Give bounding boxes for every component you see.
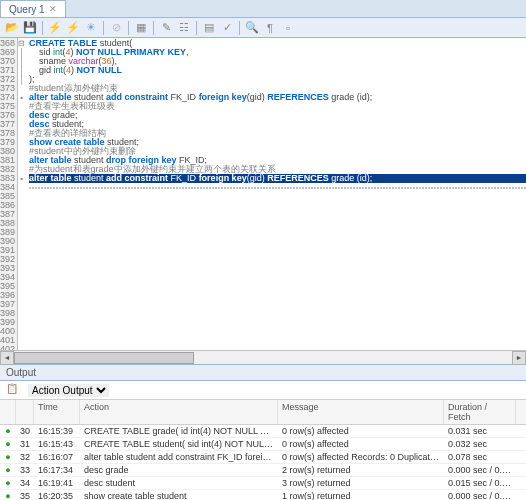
table-row[interactable]: ●3316:17:34desc grade2 row(s) returned0.…: [0, 464, 526, 477]
execute-icon[interactable]: ⚡: [47, 20, 63, 36]
col-time[interactable]: Time: [34, 400, 80, 424]
col-action[interactable]: Action: [80, 400, 278, 424]
beautify-icon[interactable]: ✎: [158, 20, 174, 36]
output-grid: Time Action Message Duration / Fetch ●30…: [0, 400, 526, 500]
sql-editor[interactable]: 3683693703713723733743753763773783793803…: [0, 38, 526, 350]
scroll-right-icon[interactable]: ►: [512, 351, 526, 365]
status-ok-icon: ●: [5, 452, 10, 462]
table-row[interactable]: ●3116:15:43CREATE TABLE student( sid int…: [0, 438, 526, 451]
col-index[interactable]: [16, 400, 34, 424]
execute-current-icon[interactable]: ⚡: [65, 20, 81, 36]
snippets-icon[interactable]: ▤: [201, 20, 217, 36]
editor-toolbar: 📂 💾 ⚡ ⚡ ☀ ⊘ ▦ ✎ ☷ ▤ ✓ 🔍 ¶ ▫: [0, 18, 526, 38]
output-type-icon: 📋: [6, 383, 20, 397]
status-ok-icon: ●: [5, 491, 10, 500]
col-status[interactable]: [0, 400, 16, 424]
output-header: Output: [0, 364, 526, 381]
table-row[interactable]: ●3516:20:35show create table student1 ro…: [0, 490, 526, 500]
table-row[interactable]: ●3016:15:39CREATE TABLE grade( id int(4)…: [0, 425, 526, 438]
invisible-icon[interactable]: ▫: [280, 20, 296, 36]
toggle-icon[interactable]: ✓: [219, 20, 235, 36]
fold-column: ⊟││││••: [18, 38, 25, 350]
output-type-select[interactable]: Action Output: [28, 384, 109, 397]
tab-label: Query 1: [9, 4, 45, 15]
col-message[interactable]: Message: [278, 400, 444, 424]
line-gutter: 3683693703713723733743753763773783793803…: [0, 38, 18, 350]
open-icon[interactable]: 📂: [4, 20, 20, 36]
close-icon[interactable]: ✕: [49, 4, 57, 14]
status-ok-icon: ●: [5, 439, 10, 449]
status-ok-icon: ●: [5, 426, 10, 436]
scroll-thumb[interactable]: [14, 352, 194, 364]
tab-bar: Query 1 ✕: [0, 0, 526, 18]
wrap-icon[interactable]: ¶: [262, 20, 278, 36]
col-duration[interactable]: Duration / Fetch: [444, 400, 516, 424]
scroll-track[interactable]: [14, 351, 512, 365]
scroll-left-icon[interactable]: ◄: [0, 351, 14, 365]
stop-icon[interactable]: ⊘: [108, 20, 124, 36]
explain-icon[interactable]: ☀: [83, 20, 99, 36]
limit-icon[interactable]: ▦: [133, 20, 149, 36]
tab-query1[interactable]: Query 1 ✕: [0, 0, 66, 17]
search-icon[interactable]: 🔍: [244, 20, 260, 36]
grid-header: Time Action Message Duration / Fetch: [0, 400, 526, 425]
horizontal-scrollbar[interactable]: ◄ ►: [0, 350, 526, 364]
save-icon[interactable]: 💾: [22, 20, 38, 36]
status-ok-icon: ●: [5, 478, 10, 488]
status-ok-icon: ●: [5, 465, 10, 475]
find-icon[interactable]: ☷: [176, 20, 192, 36]
output-toolbar: 📋 Action Output: [0, 381, 526, 400]
table-row[interactable]: ●3416:19:41desc student3 row(s) returned…: [0, 477, 526, 490]
table-row[interactable]: ●3216:16:07alter table student add const…: [0, 451, 526, 464]
code-area[interactable]: CREATE TABLE student( sid int(4) NOT NUL…: [25, 38, 526, 350]
